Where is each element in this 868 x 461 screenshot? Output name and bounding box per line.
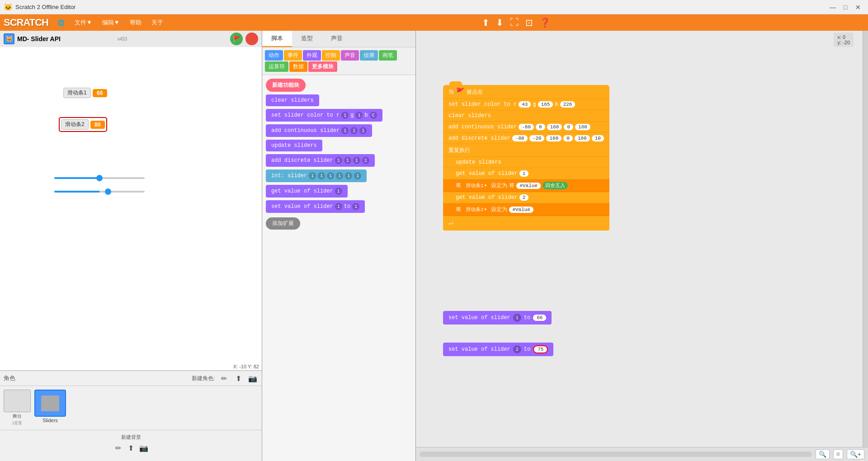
acs-label: add continuous slider: [448, 124, 517, 130]
set-var2-block[interactable]: 将 滑动条2 设定为 #Value: [443, 203, 609, 216]
range1-slider[interactable]: [54, 177, 145, 179]
zoom-out-button[interactable]: 🔍: [816, 449, 830, 459]
draw-sprite-button[interactable]: ✏: [218, 373, 229, 384]
cat-sound[interactable]: 声音: [341, 50, 359, 61]
svs2-val[interactable]: 75: [533, 345, 548, 353]
acs-v3[interactable]: 160: [547, 124, 562, 130]
ads-v2[interactable]: -20: [529, 135, 545, 141]
cat-looks[interactable]: 外观: [303, 50, 321, 61]
slider2-value: 80: [90, 121, 105, 129]
ads-v5[interactable]: 160: [575, 135, 590, 141]
gv2-num[interactable]: 2: [519, 194, 529, 201]
tab-script[interactable]: 脚本: [262, 31, 292, 47]
acs-v4[interactable]: 0: [564, 124, 573, 130]
block-clear-sliders-label: clear sliders: [271, 97, 314, 103]
cat-sensing[interactable]: 侦测: [360, 50, 378, 61]
set-val-slider2-block[interactable]: set value of slider 2 to 75: [443, 343, 553, 356]
green-flag-button[interactable]: 🚩: [230, 33, 243, 45]
menubar: SCRATCH 🌐 文件▼ 编辑▼ 帮助 关于 ⬆ ⬇ ⛶ ⊡ ❓: [0, 14, 868, 31]
stop-button[interactable]: [245, 33, 258, 45]
upload-sprite-button[interactable]: ⬆: [233, 373, 244, 384]
cat-more-blocks[interactable]: 更多模块: [308, 61, 337, 72]
clear-sliders-block[interactable]: clear sliders: [443, 110, 609, 122]
download-button[interactable]: ⬇: [494, 16, 505, 29]
block-set-slider-color[interactable]: set slider color to r 1 g 1 b C: [266, 109, 382, 122]
cat-events[interactable]: 事件: [284, 50, 302, 61]
gv1-num[interactable]: 1: [519, 170, 529, 177]
range2-slider[interactable]: [54, 191, 145, 193]
close-button[interactable]: ✕: [852, 1, 864, 14]
acs-v5[interactable]: 160: [575, 124, 590, 130]
window-title: Scratch 2 Offline Editor: [15, 4, 826, 10]
tab-sound[interactable]: 声音: [322, 31, 352, 47]
about-menu[interactable]: 关于: [147, 17, 168, 28]
var2-dropdown[interactable]: 滑动条2: [463, 206, 489, 213]
globe-button[interactable]: 🌐: [53, 18, 69, 28]
block-get-value1[interactable]: get value of slider 1: [266, 185, 348, 198]
block-add-discrete[interactable]: add discrete slider 1 1 1 1: [266, 154, 375, 167]
set-val-slider1-block[interactable]: set value of slider 1 to 66: [443, 311, 552, 325]
cat-data[interactable]: 数据: [289, 61, 307, 72]
minimize-button[interactable]: —: [826, 1, 839, 14]
upload-backdrop-button[interactable]: ⬆: [126, 442, 137, 453]
upload-button[interactable]: ⬆: [480, 16, 491, 29]
sprite-item-sliders[interactable]: Sliders: [34, 390, 66, 426]
file-menu[interactable]: 文件▼: [70, 17, 97, 28]
edit-menu[interactable]: 编辑▼: [98, 17, 124, 28]
repeat-forever-block[interactable]: 重复执行: [443, 144, 609, 157]
sprite-sliders-thumbnail[interactable]: [34, 390, 66, 417]
get-value1-block[interactable]: get value of slider 1: [443, 168, 609, 179]
tabs: 脚本 造型 声音: [262, 31, 415, 47]
help-button[interactable]: ❓: [538, 16, 552, 29]
stage-size-button[interactable]: ⊡: [524, 16, 535, 29]
acs-v2[interactable]: 0: [536, 124, 545, 130]
add-discrete-block[interactable]: add discrete slider -80 -20 160 0 160 10: [443, 133, 609, 144]
cat-operators[interactable]: 运算符: [265, 61, 288, 72]
add-extension-button[interactable]: 添加扩展: [266, 217, 300, 230]
horizontal-scrollbar[interactable]: [420, 452, 812, 457]
r-val[interactable]: 43: [519, 101, 531, 108]
zoom-in-button[interactable]: 🔍+: [847, 449, 864, 459]
block-add-continuous[interactable]: add continuous slider 1 1 1: [266, 124, 372, 137]
set-var1-block[interactable]: 将 滑动条1 设定为 将 #Value 四舍五入: [443, 179, 609, 192]
block-set-value[interactable]: set value of slider 1 to 1: [266, 200, 365, 213]
b-val[interactable]: 226: [560, 101, 576, 108]
update-sliders-block[interactable]: update sliders: [443, 157, 609, 168]
hash-val2[interactable]: #Value: [509, 207, 533, 213]
camera-backdrop-button[interactable]: 📷: [138, 442, 149, 453]
ads-v3[interactable]: 160: [546, 135, 561, 141]
stage-area: 🐱 MD- Slider API v453 🚩 滑动条1 66 滑动条2 80: [0, 31, 262, 371]
get-value2-block[interactable]: get value of slider 2: [443, 192, 609, 203]
block-clear-sliders[interactable]: clear sliders: [266, 94, 319, 106]
g-val[interactable]: 165: [538, 101, 553, 108]
var1-dropdown[interactable]: 滑动条1: [463, 182, 489, 189]
maximize-button[interactable]: □: [839, 1, 852, 14]
add-continuous-block[interactable]: add continuous slider -80 0 160 0 160: [443, 122, 609, 133]
zoom-reset-button[interactable]: =: [833, 449, 843, 459]
help-menu[interactable]: 帮助: [125, 17, 146, 28]
bottom-toolbar: 🔍 = 🔍+: [416, 447, 868, 461]
ads-v1[interactable]: -80: [512, 135, 528, 141]
new-function-button[interactable]: 新建功能块: [266, 79, 306, 92]
round-block[interactable]: 四舍五入: [542, 182, 568, 189]
right-scrollbar[interactable]: [863, 31, 868, 447]
camera-sprite-button[interactable]: 📷: [247, 373, 258, 384]
ads-v6[interactable]: 10: [592, 135, 604, 141]
tab-costume[interactable]: 造型: [292, 31, 322, 47]
draw-backdrop-button[interactable]: ✏: [113, 442, 124, 453]
hash-val1[interactable]: #Value: [516, 183, 541, 189]
acs-v1[interactable]: -80: [519, 124, 534, 130]
cat-motion[interactable]: 动作: [265, 50, 283, 61]
block-int-slider[interactable]: int: slider 1 1 1 1 1 1: [266, 169, 367, 182]
fullscreen-button[interactable]: ⛶: [508, 16, 521, 29]
sprite-name: MD- Slider API: [17, 35, 115, 42]
cat-control[interactable]: 控制: [322, 50, 340, 61]
cat-pen[interactable]: 画笔: [379, 50, 397, 61]
sprite-preview: [41, 395, 59, 411]
block-update-sliders[interactable]: update sliders: [266, 140, 322, 151]
svs1-val[interactable]: 66: [533, 315, 546, 321]
hat-block[interactable]: 当 🚩 被点击: [443, 85, 609, 99]
ads-v4[interactable]: 0: [563, 135, 573, 141]
set-slider-color-block[interactable]: set slider color to r 43 g 165 b 226: [443, 99, 609, 110]
block-int-label: int: slider: [271, 173, 307, 179]
